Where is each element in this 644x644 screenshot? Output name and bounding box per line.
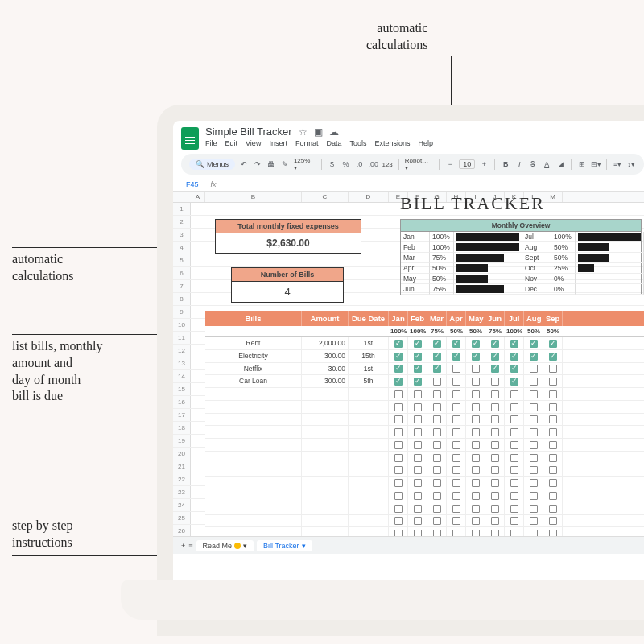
- checkbox[interactable]: [530, 492, 538, 500]
- currency-icon[interactable]: $: [328, 160, 337, 168]
- checkbox[interactable]: [549, 454, 557, 462]
- checkbox[interactable]: [433, 479, 441, 487]
- menu-format[interactable]: Format: [295, 139, 319, 147]
- borders-icon[interactable]: ⊞: [577, 160, 587, 168]
- all-sheets-icon[interactable]: ≡: [188, 542, 192, 550]
- checkbox[interactable]: [433, 517, 441, 525]
- row-number[interactable]: 10: [173, 319, 191, 331]
- checkbox[interactable]: [472, 454, 480, 462]
- cell-bill-name[interactable]: [205, 489, 302, 502]
- checkbox[interactable]: [491, 441, 499, 449]
- col-head[interactable]: M: [543, 192, 563, 202]
- checkbox[interactable]: [452, 378, 460, 386]
- menu-file[interactable]: File: [205, 139, 217, 147]
- font-minus-icon[interactable]: −: [445, 160, 455, 168]
- font-size-input[interactable]: 10: [459, 159, 475, 169]
- cell-amount[interactable]: 300.00: [302, 375, 349, 387]
- checkbox[interactable]: [472, 492, 480, 500]
- row-number[interactable]: 22: [173, 473, 191, 485]
- checkbox[interactable]: [414, 340, 422, 348]
- strike-icon[interactable]: S̶: [528, 160, 538, 168]
- checkbox[interactable]: [394, 466, 402, 474]
- percent-icon[interactable]: %: [341, 160, 351, 168]
- checkbox[interactable]: [549, 492, 557, 500]
- checkbox[interactable]: [530, 466, 538, 474]
- cell-bill-name[interactable]: [205, 439, 302, 451]
- checkbox[interactable]: [414, 454, 422, 462]
- cell-due[interactable]: [349, 439, 389, 451]
- checkbox[interactable]: [433, 505, 441, 513]
- checkbox[interactable]: [510, 403, 518, 411]
- checkbox[interactable]: [452, 505, 460, 513]
- checkbox[interactable]: [414, 517, 422, 525]
- checkbox[interactable]: [472, 441, 480, 449]
- checkbox[interactable]: [433, 428, 441, 436]
- cell-bill-name[interactable]: [205, 464, 302, 477]
- checkbox[interactable]: [530, 390, 538, 398]
- checkbox[interactable]: [510, 365, 518, 373]
- checkbox[interactable]: [414, 479, 422, 487]
- checkbox[interactable]: [510, 428, 518, 436]
- grid[interactable]: ABCDEFGHIJKLM 12345678910111213141516171…: [173, 192, 644, 554]
- checkbox[interactable]: [433, 454, 441, 462]
- cell-amount[interactable]: [302, 489, 349, 502]
- doc-title[interactable]: Simple Bill Tracker: [205, 126, 292, 138]
- format-number[interactable]: 123: [382, 161, 392, 168]
- checkbox[interactable]: [549, 390, 557, 398]
- cell-amount[interactable]: [302, 515, 349, 527]
- checkbox[interactable]: [472, 479, 480, 487]
- cell-due[interactable]: [349, 515, 389, 527]
- checkbox[interactable]: [452, 454, 460, 462]
- checkbox[interactable]: [530, 517, 538, 525]
- row-number[interactable]: 12: [173, 345, 191, 357]
- checkbox[interactable]: [510, 441, 518, 449]
- col-head[interactable]: D: [349, 192, 389, 202]
- checkbox[interactable]: [491, 353, 499, 361]
- cell-due[interactable]: [349, 426, 389, 438]
- row-number[interactable]: 7: [173, 280, 191, 292]
- checkbox[interactable]: [491, 479, 499, 487]
- cell-due[interactable]: [349, 414, 389, 426]
- checkbox[interactable]: [549, 441, 557, 449]
- cell-bill-name[interactable]: [205, 388, 302, 400]
- cell-due[interactable]: [349, 401, 389, 413]
- menu-view[interactable]: View: [246, 139, 261, 147]
- cell-amount[interactable]: [302, 502, 349, 514]
- cell-bill-name[interactable]: Netflix: [205, 363, 302, 375]
- checkbox[interactable]: [530, 415, 538, 423]
- cell-amount[interactable]: [302, 388, 349, 400]
- menu-tools[interactable]: Tools: [349, 139, 366, 147]
- checkbox[interactable]: [549, 428, 557, 436]
- checkbox[interactable]: [472, 340, 480, 348]
- cell-amount[interactable]: 2,000.00: [302, 337, 349, 349]
- checkbox[interactable]: [510, 454, 518, 462]
- row-number[interactable]: 11: [173, 332, 191, 344]
- checkbox[interactable]: [530, 454, 538, 462]
- fill-color-icon[interactable]: ◢: [555, 160, 565, 168]
- italic-icon[interactable]: I: [514, 160, 524, 168]
- checkbox[interactable]: [549, 378, 557, 386]
- row-number[interactable]: 14: [173, 370, 191, 382]
- paint-format-icon[interactable]: ✎: [280, 160, 290, 168]
- checkbox[interactable]: [394, 517, 402, 525]
- row-number[interactable]: 9: [173, 306, 191, 318]
- menu-extensions[interactable]: Extensions: [374, 139, 410, 147]
- checkbox[interactable]: [472, 517, 480, 525]
- merge-icon[interactable]: ⊟▾: [591, 160, 601, 168]
- checkbox[interactable]: [472, 428, 480, 436]
- cell-due[interactable]: [349, 388, 389, 400]
- checkbox[interactable]: [414, 441, 422, 449]
- checkbox[interactable]: [510, 466, 518, 474]
- cell-amount[interactable]: 30.00: [302, 363, 349, 375]
- checkbox[interactable]: [549, 365, 557, 373]
- row-number[interactable]: 4: [173, 242, 191, 254]
- checkbox[interactable]: [530, 365, 538, 373]
- checkbox[interactable]: [433, 353, 441, 361]
- cell-bill-name[interactable]: [205, 401, 302, 413]
- font-select[interactable]: Robot… ▾: [405, 157, 434, 171]
- checkbox[interactable]: [414, 492, 422, 500]
- cell-bill-name[interactable]: Rent: [205, 337, 302, 349]
- cell-amount[interactable]: [302, 452, 349, 464]
- checkbox[interactable]: [433, 403, 441, 411]
- checkbox[interactable]: [394, 505, 402, 513]
